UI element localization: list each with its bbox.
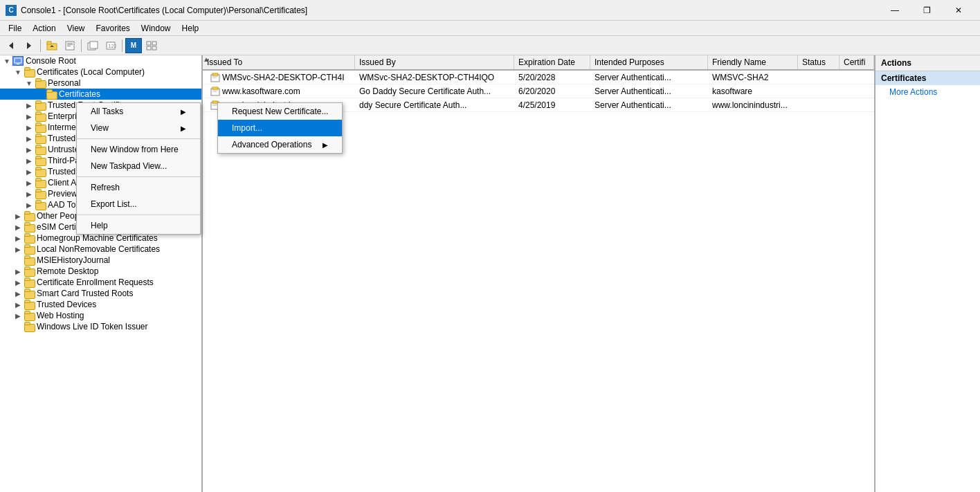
mmc-button[interactable]: M (125, 38, 142, 53)
actions-panel: Actions Certificates ▲ More Actions ▶ (874, 55, 980, 492)
tree-label-certs-local: Certificates (Local Computer) (37, 67, 145, 77)
submenu-advanced-ops[interactable]: Advanced Operations ▶ (218, 136, 342, 153)
maximize-button[interactable]: ❐ (911, 0, 943, 21)
tree-label-homegroup: Homegroup Machine Certificates (37, 233, 158, 243)
svg-rect-30 (212, 105, 217, 106)
more-actions-item[interactable]: More Actions ▶ (875, 85, 980, 99)
submenu-advanced-arrow: ▶ (323, 141, 328, 149)
tree-item-local-nonremovable[interactable]: ▶ Local NonRemovable Certificates (0, 244, 201, 255)
tree-item-console-root[interactable]: ▼ Console Root (0, 55, 201, 66)
toolbar-separator-1 (40, 39, 41, 52)
back-button[interactable] (3, 38, 19, 53)
col-header-certifi[interactable]: Certifi (840, 55, 874, 69)
menu-file[interactable]: File (3, 22, 27, 35)
tree-label-remote-desktop: Remote Desktop (37, 266, 98, 276)
ctx-new-taskpad[interactable]: New Taskpad View... (77, 158, 200, 174)
issued-by-cell: WMSvc-SHA2-DESKTOP-CTH4IQO (355, 71, 514, 84)
tree-label-msie: MSIEHistoryJournal (37, 255, 110, 265)
forward-button[interactable] (21, 38, 37, 53)
tree-item-web-hosting[interactable]: ▶ Web Hosting (0, 310, 201, 321)
status-cell (798, 104, 840, 107)
tree-item-msie[interactable]: MSIEHistoryJournal (0, 255, 201, 266)
certifi-cell (840, 104, 874, 107)
tree-arrow: ▶ (12, 290, 24, 298)
ctx-all-tasks[interactable]: All Tasks ▶ (77, 103, 200, 120)
tree-arrow: ▶ (12, 235, 24, 242)
svg-rect-17 (15, 58, 21, 63)
menu-help[interactable]: Help (176, 22, 205, 35)
tree-item-trusted-devices[interactable]: ▶ Trusted Devices (0, 299, 201, 310)
col-header-intended[interactable]: Intended Purposes (590, 55, 708, 69)
svg-rect-15 (147, 46, 151, 50)
submenu-all-tasks[interactable]: Request New Certificate... Import... Adv… (217, 102, 343, 154)
ctx-view[interactable]: View ▶ (77, 120, 200, 136)
grid-button[interactable] (143, 38, 160, 53)
expiration-cell: 4/25/2019 (514, 99, 590, 111)
ctx-new-window[interactable]: New Window from Here (77, 141, 200, 158)
certificate-icon (210, 73, 221, 82)
svg-rect-22 (212, 78, 217, 78)
svg-rect-3 (47, 42, 51, 44)
folder-icon (35, 167, 46, 176)
col-header-issued-to[interactable]: Issued To (203, 55, 355, 69)
folder-icon (35, 156, 46, 165)
folder-icon (24, 67, 35, 77)
svg-rect-7 (67, 44, 73, 45)
svg-rect-13 (147, 42, 151, 45)
expiration-cell: 5/20/2028 (514, 71, 590, 84)
tree-item-personal[interactable]: ▼ Personal (0, 78, 201, 89)
new-window-button[interactable] (84, 38, 101, 53)
table-row[interactable]: WMSvc-SHA2-DESKTOP-CTH4I WMSvc-SHA2-DESK… (203, 71, 874, 84)
tree-item-smart-card[interactable]: ▶ Smart Card Trusted Roots (0, 288, 201, 299)
tree-arrow: ▶ (24, 124, 35, 131)
export-icon: 123 (105, 41, 116, 51)
menu-window[interactable]: Window (136, 22, 176, 35)
folder-icon (35, 178, 46, 188)
ctx-sep-2 (77, 176, 200, 177)
table-row[interactable]: www.kasoftware.com Go Daddy Secure Certi… (203, 84, 874, 98)
svg-rect-21 (212, 76, 218, 77)
toolbar-separator-2 (81, 39, 82, 52)
tree-item-cert-enrollment[interactable]: ▶ Certificate Enrollment Requests (0, 277, 201, 288)
intended-cell: Server Authenticati... (590, 99, 708, 111)
col-header-issued-by[interactable]: Issued By (355, 55, 514, 69)
tree-item-certs-local[interactable]: ▼ Certificates (Local Computer) (0, 66, 201, 78)
folder-icon (24, 266, 35, 276)
col-header-friendly[interactable]: Friendly Name (708, 55, 798, 69)
tree-arrow: ▶ (24, 157, 35, 165)
export-button[interactable]: 123 (102, 38, 119, 53)
tree-arrow: ▶ (12, 212, 24, 220)
col-header-status[interactable]: Status (798, 55, 840, 69)
context-menu[interactable]: All Tasks ▶ View ▶ New Window from Here … (76, 102, 201, 235)
app-icon-text: C (8, 6, 13, 14)
tree-item-remote-desktop[interactable]: ▶ Remote Desktop (0, 266, 201, 277)
actions-section-certificates[interactable]: Certificates ▲ (875, 71, 980, 85)
menu-view[interactable]: View (62, 22, 91, 35)
tree-label-windows-live: Windows Live ID Token Issuer (37, 322, 148, 331)
forward-icon (24, 41, 34, 51)
properties-button[interactable] (62, 38, 78, 53)
menu-favorites[interactable]: Favorites (91, 22, 136, 35)
tree-arrow: ▶ (24, 146, 35, 154)
folder-icon (24, 244, 35, 254)
menu-action[interactable]: Action (27, 22, 61, 35)
col-header-expiration[interactable]: Expiration Date (514, 55, 590, 69)
submenu-request-new[interactable]: Request New Certificate... (218, 103, 342, 120)
ctx-view-label: View (91, 123, 109, 133)
ctx-refresh[interactable]: Refresh (77, 179, 200, 196)
actions-section-label: Certificates (881, 73, 926, 83)
submenu-import[interactable]: Import... (218, 120, 342, 136)
tree-item-windows-live[interactable]: Windows Live ID Token Issuer (0, 321, 201, 332)
ctx-export-list[interactable]: Export List... (77, 196, 200, 212)
minimize-button[interactable]: — (879, 0, 911, 21)
toolbar-separator-3 (122, 39, 122, 52)
close-button[interactable]: ✕ (943, 0, 974, 21)
tree-arrow: ▶ (12, 246, 24, 253)
folder-icon (24, 277, 35, 287)
folder-icon (24, 300, 35, 309)
tree-item-certificates[interactable]: Certificates (0, 89, 201, 100)
ctx-all-tasks-label: All Tasks (91, 107, 123, 116)
column-headers: ▲ Issued To Issued By Expiration Date In… (203, 55, 874, 71)
ctx-help[interactable]: Help (77, 217, 200, 234)
folder-up-button[interactable] (44, 38, 60, 53)
